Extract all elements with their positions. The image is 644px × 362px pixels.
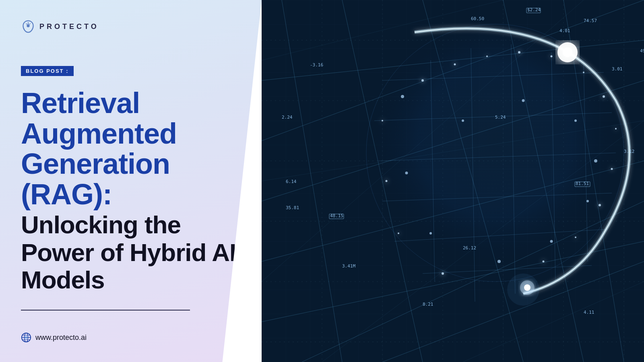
title-blue: Retrieval Augmented Generation (RAG): [21, 88, 241, 210]
svg-point-61 [599, 204, 601, 206]
svg-point-52 [421, 79, 424, 82]
globe-icon [21, 332, 31, 343]
title-black: Unlocking the Power of Hybrid AI Models [21, 211, 241, 294]
svg-point-53 [454, 64, 456, 66]
svg-point-77 [550, 240, 553, 243]
svg-point-6 [25, 336, 27, 339]
svg-text:8.21: 8.21 [423, 302, 433, 307]
svg-point-60 [611, 168, 613, 170]
svg-text:2.24: 2.24 [282, 115, 293, 120]
svg-point-80 [405, 172, 408, 175]
svg-point-59 [615, 128, 617, 130]
svg-point-56 [551, 56, 553, 58]
svg-point-54 [486, 56, 488, 57]
svg-point-67 [442, 272, 444, 275]
page-container: PROTECTO BLOG POST : Retrieval Augmented… [0, 0, 644, 362]
svg-point-65 [386, 180, 388, 182]
svg-point-76 [586, 200, 589, 202]
svg-point-75 [594, 159, 597, 162]
logo-text: PROTECTO [39, 23, 99, 31]
svg-text:74.57: 74.57 [584, 18, 597, 23]
right-panel: $2.24 74.57 71.46 73.16 -3.16 49.37 81.5… [262, 0, 644, 362]
svg-point-66 [398, 232, 399, 234]
blog-label: BLOG POST : [21, 66, 74, 76]
svg-text:4.11: 4.11 [584, 310, 594, 315]
svg-point-64 [382, 120, 383, 121]
svg-point-73 [522, 99, 525, 102]
title-divider [21, 310, 190, 311]
left-panel: PROTECTO BLOG POST : Retrieval Augmented… [0, 0, 262, 362]
logo-icon [21, 19, 35, 34]
svg-text:4.01: 4.01 [559, 28, 570, 33]
svg-text:3.12: 3.12 [624, 149, 635, 154]
svg-point-58 [603, 95, 605, 98]
svg-point-63 [543, 261, 545, 263]
svg-point-74 [574, 119, 577, 122]
svg-text:3.01: 3.01 [612, 66, 623, 72]
svg-point-78 [497, 260, 501, 263]
svg-text:26.12: 26.12 [463, 245, 476, 251]
svg-point-70 [524, 284, 530, 291]
svg-text:6.14: 6.14 [286, 179, 297, 184]
svg-point-79 [429, 232, 432, 234]
svg-point-51 [563, 47, 572, 57]
svg-text:5.24: 5.24 [495, 115, 506, 120]
svg-text:60.50: 60.50 [471, 16, 484, 21]
svg-point-55 [518, 51, 520, 53]
network-visualization: $2.24 74.57 71.46 73.16 -3.16 49.37 81.5… [262, 0, 644, 362]
svg-point-71 [401, 95, 404, 98]
website-text: www.protecto.ai [35, 333, 87, 342]
svg-text:3.41M: 3.41M [342, 263, 355, 269]
svg-text:35.81: 35.81 [286, 205, 299, 210]
logo-area: PROTECTO [21, 19, 241, 34]
svg-point-57 [583, 72, 584, 73]
svg-point-62 [575, 237, 576, 238]
svg-point-72 [462, 119, 464, 122]
svg-text:49.37: 49.37 [640, 48, 644, 53]
svg-text:-3.16: -3.16 [310, 62, 323, 68]
website-area: www.protecto.ai [21, 332, 241, 343]
